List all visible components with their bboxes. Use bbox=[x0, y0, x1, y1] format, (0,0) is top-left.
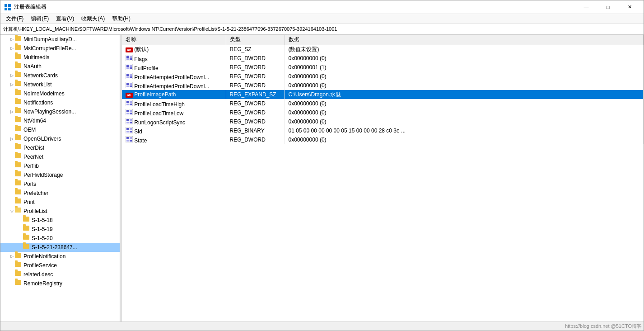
title-bar: 注册表编辑器 — □ ✕ bbox=[0, 0, 644, 14]
tree-item-ports[interactable]: ▷ Ports bbox=[0, 180, 120, 189]
svg-rect-11 bbox=[130, 65, 132, 67]
registry-entry-data: 01 05 00 00 00 00 00 05 15 00 00 00 28 c… bbox=[285, 126, 644, 135]
expand-icon-opengl[interactable]: ▷ bbox=[9, 136, 15, 142]
tree-label-remoteregistry: RemoteRegistry bbox=[23, 280, 62, 287]
tree-item-nowplaying[interactable]: ▷ NowPlayingSession... bbox=[0, 107, 120, 116]
registry-entry-type: REG_DWORD bbox=[226, 117, 285, 126]
tree-item-opengl[interactable]: ▷ OpenGLDrivers bbox=[0, 134, 120, 143]
expand-icon-nowplaying[interactable]: ▷ bbox=[9, 109, 15, 115]
tree-item-oem[interactable]: ▷ OEM bbox=[0, 125, 120, 134]
registry-entry-data: 0x00000000 (0) bbox=[285, 108, 644, 117]
tree-item-profilenotification[interactable]: ▷ ProfileNotification bbox=[0, 252, 120, 261]
expand-icon-profilelist[interactable]: ▽ bbox=[9, 208, 15, 214]
tree-label-peerdist: PeerDist bbox=[23, 145, 44, 151]
table-row[interactable]: ProfileLoadTimeHighREG_DWORD0x00000000 (… bbox=[122, 99, 644, 108]
table-row[interactable]: ProfileAttemptedProfileDownl...REG_DWORD… bbox=[122, 81, 644, 90]
tree-label-nowplaying: NowPlayingSession... bbox=[23, 109, 76, 115]
svg-rect-7 bbox=[126, 58, 129, 60]
app-icon bbox=[4, 4, 11, 11]
tree-item-noimemode[interactable]: ▷ NoImeModelmes bbox=[0, 89, 120, 98]
tree-item-networklist[interactable]: ▷ NetworkList bbox=[0, 80, 120, 89]
table-row[interactable]: FullProfileREG_DWORD0x00000001 (1) bbox=[122, 63, 644, 72]
svg-rect-47 bbox=[126, 140, 129, 142]
tree-item-profileservice[interactable]: ▷ ProfileService bbox=[0, 261, 120, 270]
expand-icon-networkcards[interactable]: ▷ bbox=[9, 72, 15, 79]
registry-entry-name: ProfileAttemptedProfileDownl... bbox=[122, 72, 226, 81]
tree-item-minidump[interactable]: ▷ MiniDumpAuxiliaryD... bbox=[0, 35, 120, 44]
svg-rect-30 bbox=[126, 110, 129, 112]
tree-label-networklist: NetworkList bbox=[23, 81, 52, 88]
tree-item-networkcards[interactable]: ▷ NetworkCards bbox=[0, 71, 120, 80]
svg-rect-13 bbox=[130, 67, 132, 69]
tree-item-s1521[interactable]: ▷ S-1-5-21-238647... bbox=[0, 243, 120, 252]
table-row[interactable]: ab (默认)REG_SZ(数值未设置) bbox=[122, 45, 644, 54]
table-row[interactable]: ab ProfileImagePathREG_EXPAND_SZC:\Users… bbox=[122, 90, 644, 99]
svg-rect-6 bbox=[130, 56, 132, 58]
registry-entry-data: 0x00000001 (1) bbox=[285, 63, 644, 72]
expand-icon-msicorrupted[interactable]: ▷ bbox=[9, 45, 15, 52]
registry-entry-type: REG_BINARY bbox=[226, 126, 285, 135]
col-header-name[interactable]: 名称 bbox=[122, 35, 226, 45]
tree-item-profilelist[interactable]: ▽ ProfileList bbox=[0, 207, 120, 216]
tree-item-ntvdm64[interactable]: ▷ NtVdm64 bbox=[0, 116, 120, 125]
menu-view[interactable]: 查看(V) bbox=[52, 14, 78, 24]
menu-favorites[interactable]: 收藏夹(A) bbox=[78, 14, 108, 24]
window-title: 注册表编辑器 bbox=[14, 3, 47, 11]
table-row[interactable]: ProfileLoadTimeLowREG_DWORD0x00000000 (0… bbox=[122, 108, 644, 117]
tree-item-notifications[interactable]: ▷ Notifications bbox=[0, 98, 120, 107]
table-row[interactable]: ProfileAttemptedProfileDownl...REG_DWORD… bbox=[122, 72, 644, 81]
svg-rect-17 bbox=[126, 76, 129, 78]
icon-dword bbox=[126, 65, 133, 71]
tree-item-s1520[interactable]: ▷ S-1-5-20 bbox=[0, 234, 120, 243]
tree-item-relateddesc[interactable]: ▷ related.desc bbox=[0, 270, 120, 279]
registry-entry-name: ab ProfileImagePath bbox=[122, 90, 226, 99]
svg-rect-0 bbox=[5, 4, 7, 7]
col-header-type[interactable]: 类型 bbox=[226, 35, 285, 45]
table-row[interactable]: RunLogonScriptSyncREG_DWORD0x00000000 (0… bbox=[122, 117, 644, 126]
minimize-button[interactable]: — bbox=[576, 0, 597, 14]
registry-entry-name: State bbox=[122, 135, 226, 144]
expand-icon-minidump[interactable]: ▷ bbox=[9, 36, 15, 43]
maximize-button[interactable]: □ bbox=[597, 0, 618, 14]
tree-label-naauth: NaAuth bbox=[23, 63, 42, 70]
tree-item-s1518[interactable]: ▷ S-1-5-18 bbox=[0, 216, 120, 225]
tree-label-minidump: MiniDumpAuxiliaryD... bbox=[23, 36, 77, 43]
svg-rect-36 bbox=[130, 119, 132, 121]
tree-item-multimedia[interactable]: ▷ Multimedia bbox=[0, 53, 120, 62]
expand-icon-networklist[interactable]: ▷ bbox=[9, 81, 15, 88]
table-row[interactable]: FlagsREG_DWORD0x00000000 (0) bbox=[122, 54, 644, 63]
svg-rect-38 bbox=[130, 122, 132, 123]
svg-rect-8 bbox=[130, 58, 132, 60]
bottom-bar: https://blog.csdn.net @51CTO博客 bbox=[0, 322, 644, 331]
tree-panel[interactable]: ▷ MiniDumpAuxiliaryD... ▷ MsiCorruptedFi… bbox=[0, 35, 120, 322]
col-header-data[interactable]: 数据 bbox=[285, 35, 644, 45]
content-area: ▷ MiniDumpAuxiliaryD... ▷ MsiCorruptedFi… bbox=[0, 35, 644, 322]
tree-item-peerdist[interactable]: ▷ PeerDist bbox=[0, 143, 120, 152]
registry-entry-data: 0x00000000 (0) bbox=[285, 72, 644, 81]
tree-item-remoteregistry[interactable]: ▷ RemoteRegistry bbox=[0, 279, 120, 288]
close-button[interactable]: ✕ bbox=[619, 0, 640, 14]
tree-item-print[interactable]: ▷ Print bbox=[0, 198, 120, 207]
menu-help[interactable]: 帮助(H) bbox=[108, 14, 134, 24]
tree-label-msicorrupted: MsiCorruptedFileRe... bbox=[23, 45, 76, 52]
svg-rect-23 bbox=[130, 85, 132, 87]
tree-item-msicorrupted[interactable]: ▷ MsiCorruptedFileRe... bbox=[0, 44, 120, 53]
registry-entry-type: REG_DWORD bbox=[226, 63, 285, 72]
tree-label-print: Print bbox=[23, 199, 35, 205]
registry-entry-data: C:\Users\Dragon.水魅 bbox=[285, 90, 644, 99]
tree-item-perhwld[interactable]: ▷ PerHwldStorage bbox=[0, 170, 120, 180]
registry-entry-type: REG_DWORD bbox=[226, 72, 285, 81]
table-row[interactable]: StateREG_DWORD0x00000000 (0) bbox=[122, 135, 644, 144]
tree-item-perflib[interactable]: ▷ Perflib bbox=[0, 161, 120, 170]
menu-file[interactable]: 文件(F) bbox=[2, 14, 27, 24]
tree-item-prefetcher[interactable]: ▷ Prefetcher bbox=[0, 189, 120, 198]
tree-label-noimemode: NoImeModelmes bbox=[23, 90, 65, 97]
tree-label-oem: OEM bbox=[23, 127, 36, 133]
registry-entry-type: REG_DWORD bbox=[226, 99, 285, 108]
tree-item-naauth[interactable]: ▷ NaAuth bbox=[0, 62, 120, 71]
tree-item-s1519[interactable]: ▷ S-1-5-19 bbox=[0, 225, 120, 234]
tree-item-peernet[interactable]: ▷ PeerNet bbox=[0, 152, 120, 161]
menu-edit[interactable]: 编辑(E) bbox=[27, 14, 52, 24]
expand-icon-profilenotification[interactable]: ▷ bbox=[9, 253, 15, 260]
table-row[interactable]: SidREG_BINARY01 05 00 00 00 00 00 05 15 … bbox=[122, 126, 644, 135]
